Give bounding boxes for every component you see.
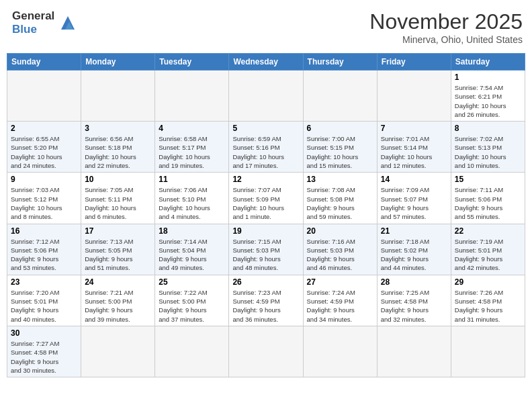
day-number: 11 bbox=[159, 175, 225, 184]
day-info: Sunrise: 7:08 AM Sunset: 5:08 PM Dayligh… bbox=[307, 185, 373, 221]
day-number: 25 bbox=[159, 277, 225, 287]
day-number: 10 bbox=[85, 175, 151, 184]
day-info: Sunrise: 7:21 AM Sunset: 5:00 PM Dayligh… bbox=[85, 288, 151, 324]
day-number: 18 bbox=[159, 226, 225, 236]
day-number: 23 bbox=[11, 277, 77, 287]
calendar-cell bbox=[7, 71, 81, 122]
day-info: Sunrise: 7:25 AM Sunset: 4:58 PM Dayligh… bbox=[381, 288, 447, 324]
day-info: Sunrise: 7:05 AM Sunset: 5:11 PM Dayligh… bbox=[85, 185, 151, 221]
day-info: Sunrise: 7:01 AM Sunset: 5:14 PM Dayligh… bbox=[381, 134, 447, 170]
day-number: 27 bbox=[307, 277, 373, 287]
day-info: Sunrise: 7:00 AM Sunset: 5:15 PM Dayligh… bbox=[307, 134, 373, 170]
calendar-cell: 4Sunrise: 6:58 AM Sunset: 5:17 PM Daylig… bbox=[155, 122, 229, 173]
calendar-cell bbox=[229, 71, 303, 122]
calendar-cell bbox=[229, 326, 303, 377]
calendar-cell: 5Sunrise: 6:59 AM Sunset: 5:16 PM Daylig… bbox=[229, 122, 303, 173]
day-number: 2 bbox=[11, 124, 77, 133]
day-info: Sunrise: 7:54 AM Sunset: 6:21 PM Dayligh… bbox=[455, 83, 521, 119]
calendar-cell: 29Sunrise: 7:26 AM Sunset: 4:58 PM Dayli… bbox=[451, 275, 525, 326]
day-info: Sunrise: 7:24 AM Sunset: 4:59 PM Dayligh… bbox=[307, 288, 373, 324]
calendar-cell: 27Sunrise: 7:24 AM Sunset: 4:59 PM Dayli… bbox=[303, 275, 377, 326]
calendar-cell: 26Sunrise: 7:23 AM Sunset: 4:59 PM Dayli… bbox=[229, 275, 303, 326]
calendar-cell: 14Sunrise: 7:09 AM Sunset: 5:07 PM Dayli… bbox=[377, 173, 451, 224]
calendar-cell: 25Sunrise: 7:22 AM Sunset: 5:00 PM Dayli… bbox=[155, 275, 229, 326]
calendar-cell bbox=[81, 71, 155, 122]
calendar-table: SundayMondayTuesdayWednesdayThursdayFrid… bbox=[7, 53, 525, 377]
day-number: 8 bbox=[455, 124, 521, 133]
column-header-friday: Friday bbox=[377, 54, 451, 71]
day-info: Sunrise: 7:11 AM Sunset: 5:06 PM Dayligh… bbox=[455, 185, 521, 221]
day-info: Sunrise: 7:14 AM Sunset: 5:04 PM Dayligh… bbox=[159, 237, 225, 273]
calendar-week-3: 9Sunrise: 7:03 AM Sunset: 5:12 PM Daylig… bbox=[7, 173, 525, 224]
day-number: 4 bbox=[159, 124, 225, 133]
calendar-cell: 28Sunrise: 7:25 AM Sunset: 4:58 PM Dayli… bbox=[377, 275, 451, 326]
calendar-cell bbox=[303, 326, 377, 377]
calendar-cell bbox=[377, 71, 451, 122]
calendar-week-4: 16Sunrise: 7:12 AM Sunset: 5:06 PM Dayli… bbox=[7, 224, 525, 275]
column-header-sunday: Sunday bbox=[7, 54, 81, 71]
day-number: 9 bbox=[11, 175, 77, 184]
page-header: General Blue November 2025 Minerva, Ohio… bbox=[7, 7, 525, 48]
day-number: 7 bbox=[381, 124, 447, 133]
generalblue-icon bbox=[56, 11, 80, 35]
calendar-week-1: 1Sunrise: 7:54 AM Sunset: 6:21 PM Daylig… bbox=[7, 71, 525, 122]
day-info: Sunrise: 7:20 AM Sunset: 5:01 PM Dayligh… bbox=[11, 288, 77, 324]
calendar-header: SundayMondayTuesdayWednesdayThursdayFrid… bbox=[7, 54, 525, 71]
day-number: 14 bbox=[381, 175, 447, 184]
month-title: November 2025 bbox=[369, 9, 523, 34]
day-info: Sunrise: 7:07 AM Sunset: 5:09 PM Dayligh… bbox=[232, 185, 299, 221]
calendar-cell: 13Sunrise: 7:08 AM Sunset: 5:08 PM Dayli… bbox=[303, 173, 377, 224]
calendar-cell: 2Sunrise: 6:55 AM Sunset: 5:20 PM Daylig… bbox=[7, 122, 81, 173]
day-number: 21 bbox=[381, 226, 447, 236]
day-info: Sunrise: 7:02 AM Sunset: 5:13 PM Dayligh… bbox=[455, 134, 521, 170]
calendar-cell: 16Sunrise: 7:12 AM Sunset: 5:06 PM Dayli… bbox=[7, 224, 81, 275]
day-number: 6 bbox=[307, 124, 373, 133]
calendar-cell: 19Sunrise: 7:15 AM Sunset: 5:03 PM Dayli… bbox=[229, 224, 303, 275]
header-row: SundayMondayTuesdayWednesdayThursdayFrid… bbox=[7, 54, 525, 71]
day-info: Sunrise: 6:55 AM Sunset: 5:20 PM Dayligh… bbox=[11, 134, 77, 170]
day-number: 28 bbox=[381, 277, 447, 287]
calendar-cell: 21Sunrise: 7:18 AM Sunset: 5:02 PM Dayli… bbox=[377, 224, 451, 275]
day-number: 3 bbox=[85, 124, 151, 133]
day-info: Sunrise: 7:19 AM Sunset: 5:01 PM Dayligh… bbox=[455, 237, 521, 273]
day-number: 1 bbox=[455, 73, 521, 82]
day-number: 29 bbox=[455, 277, 521, 287]
day-info: Sunrise: 7:09 AM Sunset: 5:07 PM Dayligh… bbox=[381, 185, 447, 221]
calendar-cell: 11Sunrise: 7:06 AM Sunset: 5:10 PM Dayli… bbox=[155, 173, 229, 224]
day-info: Sunrise: 6:59 AM Sunset: 5:16 PM Dayligh… bbox=[232, 134, 299, 170]
logo: General Blue bbox=[12, 9, 80, 36]
calendar-cell: 8Sunrise: 7:02 AM Sunset: 5:13 PM Daylig… bbox=[451, 122, 525, 173]
calendar-cell: 3Sunrise: 6:56 AM Sunset: 5:18 PM Daylig… bbox=[81, 122, 155, 173]
day-info: Sunrise: 7:03 AM Sunset: 5:12 PM Dayligh… bbox=[11, 185, 77, 221]
calendar-week-5: 23Sunrise: 7:20 AM Sunset: 5:01 PM Dayli… bbox=[7, 275, 525, 326]
calendar-cell: 20Sunrise: 7:16 AM Sunset: 5:03 PM Dayli… bbox=[303, 224, 377, 275]
calendar-cell: 18Sunrise: 7:14 AM Sunset: 5:04 PM Dayli… bbox=[155, 224, 229, 275]
day-info: Sunrise: 6:58 AM Sunset: 5:17 PM Dayligh… bbox=[159, 134, 225, 170]
calendar-cell: 15Sunrise: 7:11 AM Sunset: 5:06 PM Dayli… bbox=[451, 173, 525, 224]
day-info: Sunrise: 7:12 AM Sunset: 5:06 PM Dayligh… bbox=[11, 237, 77, 273]
calendar-cell bbox=[303, 71, 377, 122]
calendar-cell bbox=[451, 326, 525, 377]
day-info: Sunrise: 7:06 AM Sunset: 5:10 PM Dayligh… bbox=[159, 185, 225, 221]
day-number: 17 bbox=[85, 226, 151, 236]
location: Minerva, Ohio, United States bbox=[369, 34, 523, 45]
day-info: Sunrise: 7:16 AM Sunset: 5:03 PM Dayligh… bbox=[307, 237, 373, 273]
calendar-week-6: 30Sunrise: 7:27 AM Sunset: 4:58 PM Dayli… bbox=[7, 326, 525, 377]
calendar-cell bbox=[155, 326, 229, 377]
day-number: 12 bbox=[232, 175, 299, 184]
day-info: Sunrise: 7:18 AM Sunset: 5:02 PM Dayligh… bbox=[381, 237, 447, 273]
calendar-cell bbox=[81, 326, 155, 377]
day-number: 13 bbox=[307, 175, 373, 184]
column-header-saturday: Saturday bbox=[451, 54, 525, 71]
day-info: Sunrise: 7:15 AM Sunset: 5:03 PM Dayligh… bbox=[232, 237, 299, 273]
column-header-tuesday: Tuesday bbox=[155, 54, 229, 71]
day-info: Sunrise: 7:26 AM Sunset: 4:58 PM Dayligh… bbox=[455, 288, 521, 324]
calendar-week-2: 2Sunrise: 6:55 AM Sunset: 5:20 PM Daylig… bbox=[7, 122, 525, 173]
day-number: 19 bbox=[232, 226, 299, 236]
day-info: Sunrise: 7:13 AM Sunset: 5:05 PM Dayligh… bbox=[85, 237, 151, 273]
calendar-cell: 24Sunrise: 7:21 AM Sunset: 5:00 PM Dayli… bbox=[81, 275, 155, 326]
calendar-body: 1Sunrise: 7:54 AM Sunset: 6:21 PM Daylig… bbox=[7, 71, 525, 377]
calendar-cell: 22Sunrise: 7:19 AM Sunset: 5:01 PM Dayli… bbox=[451, 224, 525, 275]
day-number: 22 bbox=[455, 226, 521, 236]
calendar-cell: 17Sunrise: 7:13 AM Sunset: 5:05 PM Dayli… bbox=[81, 224, 155, 275]
